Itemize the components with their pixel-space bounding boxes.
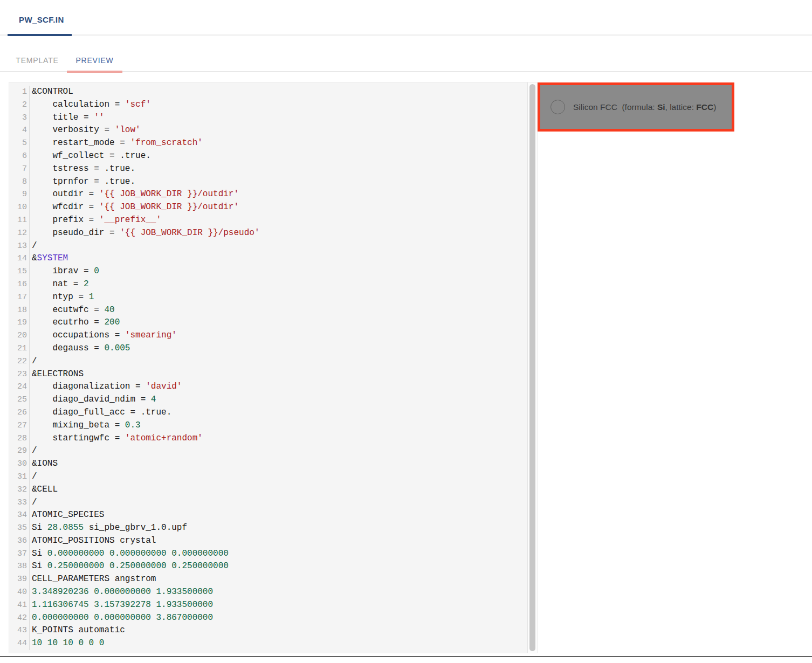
line-number: 41 [9,599,30,612]
code-line: 21 degauss = 0.005 [9,342,527,355]
line-content: ibrav = 0 [30,265,99,278]
line-content: prefix = '__prefix__' [30,214,161,227]
code-line: 9 outdir = '{{ JOB_WORK_DIR }}/outdir' [9,188,527,201]
line-number: 42 [9,612,30,625]
code-line: 420.000000000 0.000000000 3.867000000 [9,612,527,625]
code-line: 20 occupations = 'smearing' [9,329,527,342]
code-line: 30&IONS [9,458,527,471]
code-line: 4410 10 10 0 0 0 [9,637,527,650]
radio-icon[interactable] [550,100,565,114]
page: PW_SCF.IN TEMPLATE PREVIEW 1&CONTROL2 ca… [0,0,812,663]
line-content: verbosity = 'low' [30,124,141,137]
line-content: ATOMIC_SPECIES [30,509,104,522]
code-line: 18 ecutwfc = 40 [9,304,527,317]
line-content: &CELL [30,484,58,496]
line-number: 38 [9,560,30,573]
line-content: &SYSTEM [30,252,68,265]
bottom-divider [0,656,812,657]
code-line: 7 tstress = .true. [9,163,527,176]
code-line: 13/ [9,240,527,253]
code-line: 43K_POINTS automatic [9,624,527,637]
line-content: CELL_PARAMETERS angstrom [30,573,156,586]
code-line: 14&SYSTEM [9,252,527,265]
code-line: 25 diago_david_ndim = 4 [9,393,527,406]
code-line: 1&CONTROL [9,86,527,99]
line-number: 21 [9,342,30,355]
line-number: 10 [9,201,30,214]
code-line: 6 wf_collect = .true. [9,150,527,163]
line-number: 22 [9,355,30,368]
line-number: 4 [9,124,30,137]
close-paren: ) [713,102,716,112]
code-line: 36ATOMIC_POSITIONS crystal [9,535,527,548]
line-number: 28 [9,432,30,445]
line-number: 7 [9,163,30,176]
scrollbar-thumb[interactable] [529,84,535,651]
code-line: 17 ntyp = 1 [9,291,527,304]
line-content: wf_collect = .true. [30,150,151,163]
line-number: 18 [9,304,30,317]
line-content: Si 28.0855 si_pbe_gbrv_1.0.upf [30,522,187,535]
tab-preview-label: PREVIEW [75,56,113,65]
line-content: &ELECTRONS [30,368,84,381]
line-content: ATOMIC_POSITIONS crystal [30,535,156,548]
line-number: 15 [9,265,30,278]
line-content: &IONS [30,458,58,471]
material-option-silicon-fcc[interactable]: Silicon FCC (formula: Si, lattice: FCC) [538,82,734,132]
line-content: wfcdir = '{{ JOB_WORK_DIR }}/outdir' [30,201,239,214]
line-number: 27 [9,419,30,432]
line-content: calculation = 'scf' [30,99,151,112]
code-line: 8 tprnfor = .true. [9,176,527,189]
line-number: 20 [9,329,30,342]
lattice-label: , lattice: [665,102,697,112]
line-content: outdir = '{{ JOB_WORK_DIR }}/outdir' [30,188,239,201]
tab-template-label: TEMPLATE [16,56,58,65]
code-line: 23&ELECTRONS [9,368,527,381]
line-content: title = '' [30,112,104,125]
line-number: 8 [9,176,30,189]
line-content: tstress = .true. [30,163,135,176]
code-line: 4 verbosity = 'low' [9,124,527,137]
line-content: / [30,240,37,253]
code-line: 39CELL_PARAMETERS angstrom [9,573,527,586]
line-number: 14 [9,252,30,265]
line-number: 35 [9,522,30,535]
code-line: 19 ecutrho = 200 [9,316,527,329]
line-number: 32 [9,484,30,496]
line-number: 23 [9,368,30,381]
code-line: 22/ [9,355,527,368]
line-content: ecutrho = 200 [30,316,120,329]
line-content: ntyp = 1 [30,291,94,304]
line-number: 6 [9,150,30,163]
file-tab-active-indicator [8,34,72,36]
line-content: ecutwfc = 40 [30,304,115,317]
tab-preview[interactable]: PREVIEW [67,56,122,65]
line-content: K_POINTS automatic [30,624,125,637]
code-line: 26 diago_full_acc = .true. [9,406,527,419]
line-number: 43 [9,624,30,637]
code-line: 411.116306745 3.157392278 1.933500000 [9,599,527,612]
line-number: 5 [9,137,30,150]
editor-scrollbar[interactable] [527,82,537,653]
line-content: diago_david_ndim = 4 [30,393,156,406]
line-number: 26 [9,406,30,419]
line-content: diago_full_acc = .true. [30,406,171,419]
line-number: 25 [9,393,30,406]
line-content: tprnfor = .true. [30,176,135,189]
line-content: 10 10 10 0 0 0 [30,637,104,650]
file-tab-pw-scf-in[interactable]: PW_SCF.IN [19,15,64,24]
code-line: 24 diagonalization = 'david' [9,381,527,393]
line-content: Si 0.250000000 0.250000000 0.250000000 [30,560,229,573]
line-content: / [30,496,37,509]
code-line: 15 ibrav = 0 [9,265,527,278]
code-line: 34ATOMIC_SPECIES [9,509,527,522]
tab-template[interactable]: TEMPLATE [8,56,67,65]
code-line: 11 prefix = '__prefix__' [9,214,527,227]
line-number: 40 [9,586,30,599]
line-number: 16 [9,278,30,291]
formula-value: Si [657,102,665,112]
line-number: 9 [9,188,30,201]
line-number: 39 [9,573,30,586]
code-preview-editor[interactable]: 1&CONTROL2 calculation = 'scf'3 title = … [9,82,538,653]
line-content: degauss = 0.005 [30,342,130,355]
